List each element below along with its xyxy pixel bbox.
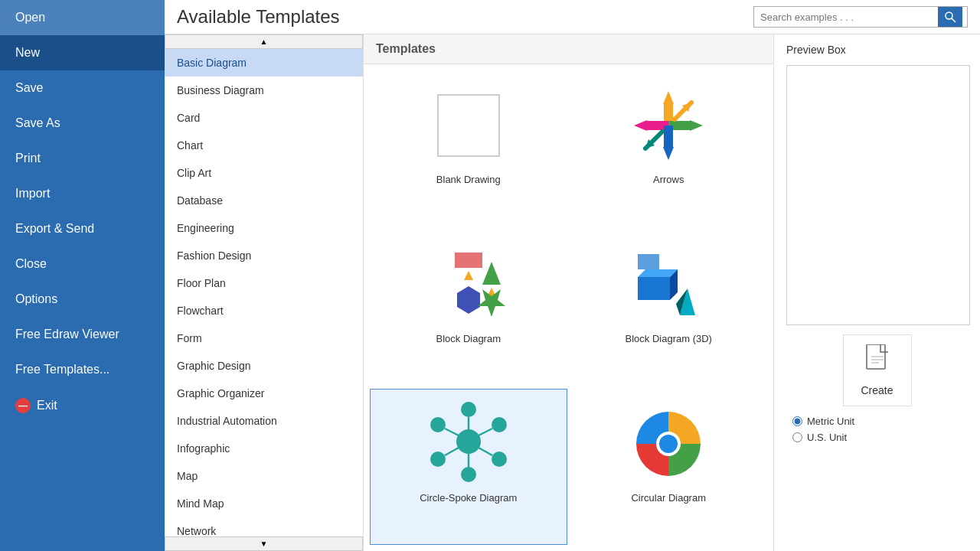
svg-line-1 <box>952 18 956 22</box>
category-item-business-diagram[interactable]: Business Diagram <box>165 77 363 104</box>
svg-marker-18 <box>482 262 501 285</box>
sidebar-item-save[interactable]: Save <box>0 70 165 106</box>
svg-point-39 <box>456 429 481 454</box>
template-name-circle-spoke: Circle-Spoke Diagram <box>420 492 517 504</box>
template-thumb-circular-diagram <box>626 402 710 486</box>
sidebar: OpenNewSaveSave AsPrintImportExport & Se… <box>0 0 165 551</box>
category-item-floor-plan[interactable]: Floor Plan <box>165 269 363 297</box>
svg-point-29 <box>492 452 507 467</box>
unit-option-us[interactable]: U.S. Unit <box>792 432 968 443</box>
header: Available Templates <box>165 0 980 34</box>
template-thumb-block-diagram-3d <box>626 243 710 327</box>
scroll-down-arrow[interactable]: ▼ <box>165 536 363 551</box>
preview-box-title: Preview Box <box>786 44 968 56</box>
category-item-industrial-automation[interactable]: Industrial Automation <box>165 407 363 435</box>
category-item-card[interactable]: Card <box>165 104 363 132</box>
svg-rect-2 <box>438 95 499 156</box>
template-name-block-diagram: Block Diagram <box>436 333 501 344</box>
template-item-blank-drawing[interactable]: Blank Drawing <box>370 70 567 227</box>
sidebar-item-export-send[interactable]: Export & Send <box>0 211 165 246</box>
category-item-basic-diagram[interactable]: Basic Diagram <box>165 49 363 77</box>
svg-rect-21 <box>638 277 670 300</box>
unit-radio-metric[interactable] <box>792 416 802 426</box>
svg-marker-7 <box>690 120 703 131</box>
main-area: Available Templates ▲ Basic DiagramBusin… <box>165 0 980 551</box>
svg-point-32 <box>430 417 446 432</box>
category-list: Basic DiagramBusiness DiagramCardChartCl… <box>165 49 363 536</box>
svg-line-34 <box>479 429 492 435</box>
right-panel: Preview Box Create <box>773 34 980 551</box>
category-item-graphic-organizer[interactable]: Graphic Organizer <box>165 380 363 407</box>
template-item-circle-spoke[interactable]: Circle-Spoke Diagram <box>370 389 567 545</box>
document-icon <box>864 344 891 375</box>
category-panel: ▲ Basic DiagramBusiness DiagramCardChart… <box>165 34 364 551</box>
category-item-mind-map[interactable]: Mind Map <box>165 490 363 517</box>
template-thumb-arrows <box>626 83 710 168</box>
sidebar-item-save-as[interactable]: Save As <box>0 106 165 141</box>
category-item-network[interactable]: Network <box>165 517 363 536</box>
svg-point-28 <box>492 417 507 432</box>
template-item-block-diagram-3d[interactable]: Block Diagram (3D) <box>570 230 768 386</box>
svg-marker-3 <box>663 91 674 104</box>
unit-label-us: U.S. Unit <box>807 432 847 443</box>
template-name-arrows: Arrows <box>653 174 684 185</box>
sidebar-item-close[interactable]: Close <box>0 246 165 282</box>
sidebar-item-new[interactable]: New <box>0 35 165 70</box>
sidebar-item-free-templates[interactable]: Free Templates... <box>0 352 165 387</box>
sidebar-item-exit[interactable]: Exit <box>0 387 165 424</box>
template-item-arrows[interactable]: Arrows <box>570 70 768 227</box>
svg-point-31 <box>430 452 446 467</box>
create-label: Create <box>861 384 893 396</box>
page-title: Available Templates <box>177 6 741 28</box>
category-item-fashion-design[interactable]: Fashion Design <box>165 242 363 269</box>
category-item-engineering[interactable]: Engineering <box>165 214 363 242</box>
search-icon <box>944 11 956 23</box>
svg-point-0 <box>946 12 952 19</box>
template-thumb-block-diagram <box>426 243 511 327</box>
svg-marker-9 <box>663 147 674 160</box>
content-area: ▲ Basic DiagramBusiness DiagramCardChart… <box>165 34 980 551</box>
search-input[interactable] <box>754 8 938 26</box>
templates-grid: Blank Drawing <box>364 64 773 551</box>
svg-rect-10 <box>664 126 673 147</box>
search-button[interactable] <box>938 7 962 27</box>
exit-icon <box>15 398 31 413</box>
template-thumb-circle-spoke <box>426 402 511 486</box>
unit-radio-us[interactable] <box>792 432 802 442</box>
svg-line-38 <box>445 429 459 435</box>
templates-header: Templates <box>364 34 773 64</box>
svg-line-37 <box>445 448 459 455</box>
category-item-graphic-design[interactable]: Graphic Design <box>165 352 363 380</box>
template-item-circular-diagram[interactable]: Circular Diagram <box>570 389 768 545</box>
category-item-database[interactable]: Database <box>165 187 363 214</box>
svg-rect-15 <box>455 253 482 268</box>
templates-panel: Templates Blank Drawing <box>364 34 773 551</box>
sidebar-item-open[interactable]: Open <box>0 0 165 35</box>
sidebar-item-import[interactable]: Import <box>0 176 165 211</box>
unit-options: Metric UnitU.S. Unit <box>792 416 968 443</box>
template-name-circular-diagram: Circular Diagram <box>631 492 706 504</box>
sidebar-item-print[interactable]: Print <box>0 141 165 176</box>
category-item-form[interactable]: Form <box>165 324 363 352</box>
sidebar-item-free-edraw-viewer[interactable]: Free Edraw Viewer <box>0 317 165 352</box>
svg-marker-16 <box>464 271 473 280</box>
template-thumb-blank-drawing <box>426 83 511 168</box>
category-item-chart[interactable]: Chart <box>165 132 363 159</box>
category-item-flowchart[interactable]: Flowchart <box>165 297 363 324</box>
category-item-clip-art[interactable]: Clip Art <box>165 159 363 187</box>
category-item-infographic[interactable]: Infographic <box>165 435 363 462</box>
sidebar-item-options[interactable]: Options <box>0 282 165 317</box>
template-name-blank-drawing: Blank Drawing <box>436 174 501 185</box>
preview-box <box>786 65 970 325</box>
scroll-up-arrow[interactable]: ▲ <box>165 34 363 49</box>
svg-point-27 <box>461 402 476 417</box>
template-item-block-diagram[interactable]: Block Diagram <box>370 230 567 386</box>
svg-marker-17 <box>457 286 480 314</box>
create-icon <box>864 344 891 381</box>
exit-label: Exit <box>37 399 57 412</box>
create-button[interactable]: Create <box>843 334 912 406</box>
svg-point-30 <box>461 467 476 482</box>
svg-rect-26 <box>638 254 659 269</box>
unit-option-metric[interactable]: Metric Unit <box>792 416 968 427</box>
category-item-map[interactable]: Map <box>165 462 363 490</box>
